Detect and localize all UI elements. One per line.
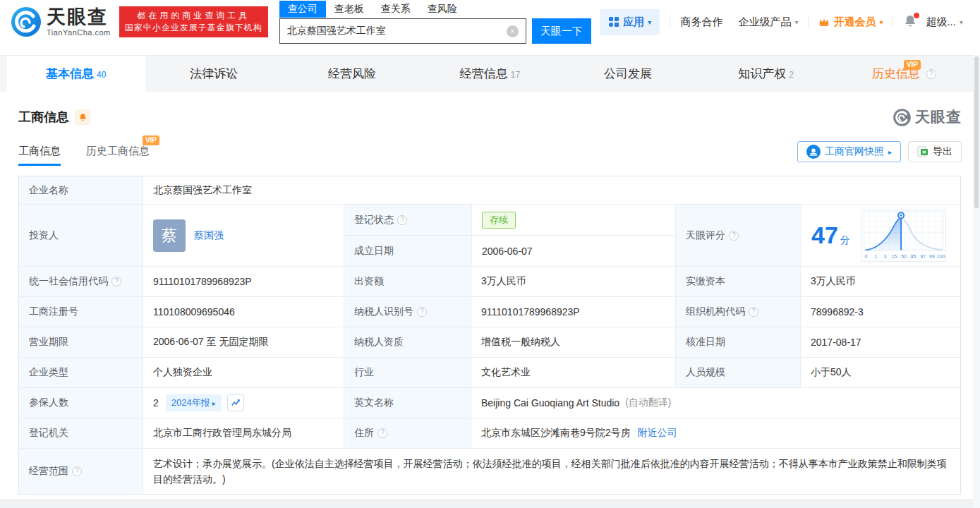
slogan-banner: 都在用的商业查询工具 国家中小企业发展子基金旗下机构: [119, 6, 268, 37]
section-bell-button[interactable]: [75, 109, 90, 125]
scrollbar[interactable]: [973, 55, 980, 508]
score-value: 47 分: [811, 222, 850, 249]
slogan-line1: 都在用的商业查询工具: [125, 10, 262, 22]
content: 工商信息 天眼查 工商信息 VIP 历史工商信息: [0, 107, 980, 495]
paid-capital-label: 实缴资本: [675, 267, 800, 296]
help-icon[interactable]: ?: [397, 215, 407, 225]
tab-basic-info[interactable]: 基本信息40: [7, 56, 145, 92]
capital-value: 3万人民币: [471, 267, 675, 296]
business-info-table: 企业名称 北京蔡国强艺术工作室 投资人 蔡 蔡国强 登记状态? 存续: [18, 176, 961, 495]
search-tab-boss[interactable]: 查老板: [326, 1, 373, 18]
arrow-right-icon: ▸: [888, 148, 892, 156]
investor-name-link[interactable]: 蔡国强: [194, 229, 224, 242]
help-icon[interactable]: ?: [417, 307, 427, 317]
industry-label: 行业: [344, 358, 471, 387]
vip-badge: VIP: [143, 135, 159, 145]
subtab-business-info[interactable]: 工商信息: [18, 145, 61, 166]
insured-trend-button[interactable]: [227, 394, 244, 411]
capital-label: 出资额: [344, 267, 471, 296]
subtab-history-business-info[interactable]: VIP 历史工商信息: [86, 145, 150, 166]
table-row: 营业期限 2006-06-07 至 无固定期限 纳税人资质 增值税一般纳税人 核…: [19, 327, 960, 358]
help-icon[interactable]: ?: [926, 69, 936, 79]
table-row: 工商注册号 110108009695046 纳税人识别号? 9111010178…: [19, 297, 960, 327]
reg-number-label: 工商注册号: [19, 297, 143, 327]
company-type-value: 个人独资企业: [143, 358, 344, 387]
search-type-tabs: 查公司 查老板 查关系 查风险: [279, 0, 591, 18]
official-snapshot-button[interactable]: 工商官网快照 ▸: [797, 141, 901, 162]
search-button[interactable]: 天眼一下: [532, 18, 591, 44]
establish-date-value: 2006-06-07: [471, 236, 676, 266]
svg-text:100: 100: [937, 254, 945, 259]
paid-capital-value: 3万人民币: [800, 267, 960, 296]
user-account-menu[interactable]: 超级... ▾: [926, 16, 963, 29]
header-nav: 应用 ▾ 商务合作 企业级产品 ▾ 开通会员 ▾: [600, 9, 980, 35]
slogan-line2: 国家中小企业发展子基金旗下机构: [125, 22, 262, 34]
help-icon[interactable]: ?: [729, 231, 739, 241]
taxpayer-id-label: 纳税人识别号?: [344, 297, 471, 327]
taxpayer-quality-value: 增值税一般纳税人: [471, 327, 675, 357]
registry-label: 登记机关: [19, 418, 143, 448]
help-icon[interactable]: ?: [377, 428, 387, 438]
table-row: 投资人 蔡 蔡国强 登记状态? 存续 成立日期: [19, 205, 960, 267]
nearby-companies-link[interactable]: 附近公司: [638, 427, 677, 440]
caret-down-icon: ▾: [648, 18, 651, 26]
search-tab-company[interactable]: 查公司: [279, 1, 326, 18]
business-scope-label: 经营范围?: [19, 449, 143, 494]
approval-date-value: 2017-08-17: [800, 327, 960, 357]
help-icon[interactable]: ?: [72, 466, 82, 476]
english-name-value: Beijing Cai Guoqiang Art Studio: [481, 397, 619, 409]
staff-size-label: 人员规模: [675, 358, 800, 387]
trend-chart-icon: [231, 398, 241, 408]
enterprise-products-menu[interactable]: 企业级产品 ▾: [738, 16, 798, 29]
tab-operating-risk[interactable]: 经营风险: [283, 56, 421, 92]
industry-value: 文化艺术业: [471, 358, 675, 387]
investor-avatar[interactable]: 蔡: [153, 219, 186, 252]
search-tab-relation[interactable]: 查关系: [373, 1, 419, 18]
apps-menu[interactable]: 应用 ▾: [600, 9, 660, 35]
caret-down-icon: ▾: [879, 18, 883, 26]
credit-code-label: 统一社会信用代码?: [19, 267, 143, 296]
caret-down-icon: ▾: [794, 18, 798, 26]
business-cooperation-link[interactable]: 商务合作: [680, 16, 722, 29]
svg-text:99: 99: [929, 254, 935, 259]
investor-label: 投资人: [19, 205, 143, 266]
tab-operating-info[interactable]: 经营信息17: [421, 56, 559, 92]
reg-status-label: 登记状态?: [344, 205, 471, 235]
tab-intellectual-property[interactable]: 知识产权2: [697, 56, 835, 92]
insured-count-label: 参保人数: [19, 388, 143, 418]
registry-value: 北京市工商行政管理局东城分局: [143, 418, 344, 448]
crown-icon: [818, 17, 830, 27]
watermark-logo-icon: [893, 108, 912, 127]
approval-date-label: 核准日期: [675, 327, 800, 357]
annual-report-badge[interactable]: 2024年报 ▸: [166, 394, 222, 411]
section-title: 工商信息: [18, 109, 69, 126]
apps-grid-icon: [608, 16, 619, 28]
search-area: 查公司 查老板 查关系 查风险 × 天眼一下: [279, 0, 591, 44]
export-button[interactable]: 导出: [908, 141, 962, 162]
svg-text:0: 0: [864, 254, 867, 259]
tab-company-development[interactable]: 公司发展: [559, 56, 697, 92]
help-icon[interactable]: ?: [749, 307, 758, 317]
auto-translate-note: (自动翻译): [625, 397, 671, 409]
svg-text:50: 50: [901, 254, 907, 259]
page-bottom-strip: [0, 499, 980, 508]
business-term-value: 2006-06-07 至 无固定期限: [143, 327, 344, 357]
reg-number-value: 110108009695046: [143, 297, 344, 327]
search-tab-risk[interactable]: 查风险: [419, 1, 466, 18]
help-icon[interactable]: ?: [111, 277, 121, 286]
tab-history-info[interactable]: VIP 历史信息 ?: [835, 56, 973, 92]
search-input[interactable]: [287, 25, 507, 37]
svg-text:1: 1: [874, 254, 877, 259]
open-vip-menu[interactable]: 开通会员 ▾: [818, 16, 883, 29]
tab-legal-proceedings[interactable]: 法律诉讼: [145, 56, 284, 92]
table-row: 企业名称 北京蔡国强艺术工作室: [19, 176, 960, 205]
notifications-button[interactable]: [903, 14, 919, 30]
search-clear-icon[interactable]: ×: [507, 25, 519, 37]
tianyancha-logo[interactable]: 天眼查 TianYanCha.com: [10, 6, 111, 38]
establish-date-label: 成立日期: [344, 236, 471, 266]
table-row: 企业类型 个人独资企业 行业 文化艺术业 人员规模 小于50人: [19, 358, 960, 388]
vip-badge: VIP: [904, 60, 921, 70]
section-bell-icon: [78, 113, 87, 122]
svg-text:97: 97: [920, 254, 926, 259]
scrollbar-thumb[interactable]: [974, 56, 979, 208]
